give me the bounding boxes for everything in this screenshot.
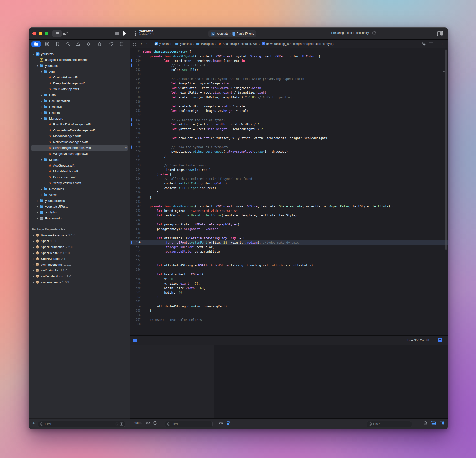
line-number[interactable]: 312 [131,68,141,72]
disclosure-chevron-icon[interactable]: ▾ [40,100,43,102]
code-line[interactable]: 357 let brandingRect = CGRect( [130,272,448,277]
line-number[interactable]: 345 [131,217,141,222]
tree-row[interactable]: ▾Models [29,157,130,163]
line-number[interactable]: 343 [131,208,141,213]
line-number[interactable]: 319 [131,99,141,104]
line-number[interactable]: 350 [131,240,141,245]
disclosure-chevron-icon[interactable]: ▾ [32,53,35,55]
line-number[interactable]: 335 [131,172,141,177]
code-line[interactable]: 345 [130,217,448,222]
package-row[interactable]: ▸swift-numerics1.0.3 [29,279,130,285]
code-line[interactable]: 311 // Set the fill color: [130,63,448,68]
navtab-debug-navigator[interactable] [97,41,103,47]
tree-row[interactable]: ▸Resources [29,186,130,192]
code-line[interactable]: 335 } else { [130,172,448,177]
line-number[interactable]: 361 [131,290,141,295]
disclosure-chevron-icon[interactable]: ▸ [36,217,39,220]
add-item-button[interactable]: + [33,421,35,425]
package-row[interactable]: ▸swift-collections1.2.0 [29,273,130,279]
code-line[interactable]: 321 let scaledHeight = imageSize.height … [130,109,448,113]
code-line[interactable]: 304 private func drawSFSymbol(_ context:… [130,54,448,59]
back-button[interactable]: ‹ [141,40,142,48]
tree-row[interactable]: WidgetDataManager.swift [29,151,130,157]
line-number[interactable]: 353 [131,254,141,258]
code-line[interactable]: 349 let attributes: [NSAttributedString.… [130,236,448,240]
minimap-menu-icon[interactable] [429,40,433,48]
zoom-button[interactable] [45,32,48,35]
run-button[interactable] [123,31,127,36]
tree-row[interactable]: ▾App [29,69,130,75]
code-line[interactable]: 325 let yOffset = (rect.size.height - sc… [130,127,448,131]
disclosure-chevron-icon[interactable]: ▸ [36,211,39,214]
breadcrumb-item[interactable]: ShareImageGenerator.swift› [218,42,260,46]
line-number[interactable]: 347 [131,227,141,231]
line-number[interactable]: 362 [131,295,141,299]
package-row[interactable]: ▸swift-algorithms1.2.1 [29,262,130,268]
code-line[interactable]: 348 [130,231,448,236]
variables-info-icon[interactable]: i [153,421,157,425]
disclosure-chevron-icon[interactable]: ▾ [40,117,43,120]
editor-scrollbar[interactable] [445,49,447,250]
line-number[interactable]: 323 [131,118,141,122]
package-row[interactable]: ▸SpeziStorage2.1.1 [29,256,130,262]
code-line[interactable]: 360 width: size.width - 60, [130,286,448,290]
tree-row[interactable]: MedalManager.swift [29,133,130,139]
console-mode-icon[interactable] [227,421,230,425]
code-line[interactable]: 326 [130,131,448,136]
disclosure-chevron-icon[interactable]: ▸ [36,199,39,202]
minimize-button[interactable] [39,32,42,35]
code-line[interactable]: 347 paragraphStyle.alignment = .center [130,227,448,231]
tree-row[interactable]: BaselineDataManager.swift [29,121,130,127]
breadcrumb-item[interactable]: Managers› [196,42,216,46]
code-line[interactable]: 336 // Fallback to colored circle if sym… [130,177,448,181]
package-row[interactable]: ▸swift-atomics1.3.0 [29,268,130,274]
line-number[interactable]: 317 [131,90,141,95]
line-number[interactable]: 325 [131,127,141,131]
code-line[interactable]: 367 // MARK: - Text Color Helpers [130,318,448,322]
tree-row[interactable]: Persistence.swift [29,174,130,180]
line-number[interactable]: 326 [131,131,141,136]
close-button[interactable] [33,32,36,35]
navtab-reports-navigator[interactable] [119,41,125,47]
disclosure-chevron-icon[interactable]: ▸ [40,193,43,196]
disclosure-chevron-icon[interactable]: ▸ [32,257,35,260]
line-number[interactable]: 359 [131,281,141,286]
code-line[interactable]: 324 let xOffset = (rect.size.width - sca… [130,122,448,127]
code-line[interactable]: 333 // Draw the tinted symbol [130,163,448,167]
tree-row[interactable]: YourStatsApp.swift [29,86,130,92]
code-line[interactable]: 314 // Calculate scale to fit symbol wit… [130,77,448,81]
disclosure-chevron-icon[interactable]: ▾ [36,64,39,67]
code-line[interactable]: 313 [130,72,448,77]
breakpoints-toggle-icon[interactable] [133,339,137,342]
line-number[interactable]: 351 [131,245,141,249]
line-number[interactable]: 318 [131,95,141,99]
code-review-icon[interactable] [422,40,426,48]
code-line[interactable]: 338 context.fillEllipse(in: rect) [130,186,448,190]
line-number[interactable]: 311 [131,63,141,68]
tree-row[interactable]: ContentView.swift [29,74,130,80]
disclosure-chevron-icon[interactable]: ▸ [36,205,39,208]
stop-button[interactable] [115,32,119,35]
line-number[interactable]: 304 [131,54,141,59]
navtab-source-control-navigator[interactable] [44,41,50,47]
adjust-editor-icon[interactable] [438,338,442,342]
line-number[interactable]: 363 [131,299,141,304]
navtab-find-navigator[interactable] [65,41,71,47]
line-number[interactable]: 349 [131,236,141,240]
line-number[interactable]: 322 [131,113,141,118]
console-filter-input[interactable]: Filter [366,421,412,427]
navtab-tests-navigator[interactable] [85,41,92,47]
tree-row[interactable]: ▾Documentation [29,98,130,104]
code-line[interactable]: 334 tintedImage.draw(in: rect) [130,167,448,172]
line-number[interactable]: 344 [131,213,141,217]
code-line[interactable]: 363 [130,299,448,304]
code-line[interactable]: 327 let drawRect = CGRect(x: xOffset, y:… [130,136,448,140]
line-number[interactable]: 310 [131,59,141,63]
line-number[interactable]: 336 [131,177,141,181]
line-number[interactable]: 324 [131,122,141,127]
disclosure-chevron-icon[interactable]: ▸ [32,281,35,284]
line-number[interactable]: 329 [131,145,141,149]
line-number[interactable]: 364 [131,304,141,308]
code-line[interactable]: 353 ] [130,254,448,258]
variables-eye-icon[interactable] [146,421,150,425]
